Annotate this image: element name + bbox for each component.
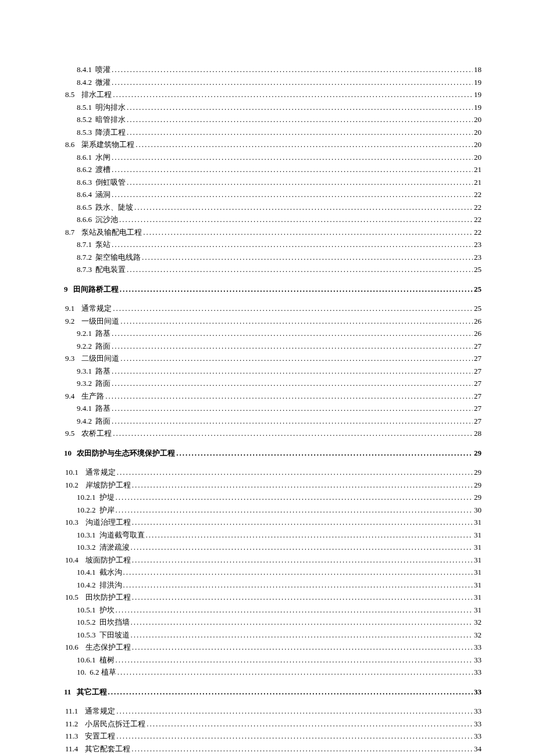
toc-title: 其它工程 xyxy=(77,687,107,696)
toc-page-number: 33 xyxy=(474,730,482,742)
toc-leader-dots: ........................................… xyxy=(112,189,473,200)
toc-title: 植树 xyxy=(99,655,115,664)
section-spacer xyxy=(64,277,482,284)
toc-number: 8.6.2 xyxy=(77,165,92,174)
toc-page-number: 27 xyxy=(474,390,482,402)
toc-label: 10.5田坎防护工程 xyxy=(65,592,131,603)
toc-leader-dots: ........................................… xyxy=(116,654,473,666)
toc-entry: 10.5.1护坎................................… xyxy=(64,604,482,616)
toc-title: 沟道截弯取直 xyxy=(99,531,145,539)
toc-leader-dots: ........................................… xyxy=(131,629,473,641)
toc-number: 10.4.2 xyxy=(77,581,96,589)
toc-page-number: 31 xyxy=(474,567,482,578)
toc-label: 9.2一级田间道 xyxy=(65,316,119,327)
toc-number: 8.4.2 xyxy=(77,78,92,87)
toc-title: 微灌 xyxy=(95,78,110,87)
toc-page-number: 20 xyxy=(474,152,482,163)
toc-number: 10.3.1 xyxy=(77,531,96,539)
toc-leader-dots: ........................................… xyxy=(127,177,473,188)
toc-number: 8.5 xyxy=(65,90,74,99)
toc-page-number: 25 xyxy=(474,284,482,295)
toc-leader-dots: ........................................… xyxy=(146,529,473,541)
toc-page-number: 27 xyxy=(474,403,482,414)
toc-number: 10.5.3 xyxy=(77,630,96,639)
toc-entry: 10.6.2 植草...............................… xyxy=(64,667,482,678)
toc-leader-dots: ........................................… xyxy=(108,686,473,698)
toc-entry: 10.5.3下田坡道..............................… xyxy=(64,629,482,641)
toc-leader-dots: ........................................… xyxy=(116,730,473,742)
toc-page-number: 29 xyxy=(474,447,482,459)
toc-entry: 10 农田防护与生态环境保护工程........................… xyxy=(64,447,482,459)
toc-title: 坡面防护工程 xyxy=(85,556,131,564)
toc-number: 9.5 xyxy=(65,429,74,438)
toc-page-number: 33 xyxy=(474,705,482,717)
toc-leader-dots: ........................................… xyxy=(112,77,473,88)
toc-leader-dots: ........................................… xyxy=(132,642,473,653)
toc-number: 9.2 xyxy=(65,317,74,325)
toc-title: 渠系建筑物工程 xyxy=(81,140,134,149)
toc-title: 生产路 xyxy=(81,392,104,400)
toc-entry: 9 田间路桥工程................................… xyxy=(64,284,482,295)
toc-page-number: 31 xyxy=(474,554,482,566)
toc-entry: 10.4.1截水沟...............................… xyxy=(64,567,482,578)
toc-label: 9.1通常规定 xyxy=(65,303,112,314)
toc-title: 小居民点拆迁工程 xyxy=(85,719,145,728)
toc-page-number: 26 xyxy=(474,328,482,339)
toc-entry: 10.6生态保护工程..............................… xyxy=(64,642,482,653)
toc-page-number: 22 xyxy=(474,189,482,200)
toc-label: 9.2.1路基 xyxy=(77,328,110,339)
toc-number: 11.1 xyxy=(65,707,78,715)
toc-title: 安置工程 xyxy=(85,732,115,740)
toc-entry: 8.4.1喷灌.................................… xyxy=(64,64,482,76)
toc-page-number: 31 xyxy=(474,604,482,616)
toc-label: 10.5.2田坎挡墙 xyxy=(77,617,130,628)
toc-number: 8.5.1 xyxy=(77,103,92,112)
toc-title: 护堤 xyxy=(99,493,115,501)
toc-leader-dots: ........................................… xyxy=(112,403,473,414)
toc-entry: 9.2.2路面.................................… xyxy=(64,341,482,352)
toc-leader-dots: ........................................… xyxy=(132,554,473,566)
toc-title: 沟道治理工程 xyxy=(85,518,131,526)
toc-page-number: 27 xyxy=(474,378,482,389)
toc-leader-dots: ........................................… xyxy=(112,239,473,250)
toc-number: 8.6 xyxy=(65,140,74,149)
toc-title: 跌水、陡坡 xyxy=(95,203,133,212)
toc-leader-dots: ........................................… xyxy=(127,102,473,113)
toc-number: 9.1 xyxy=(65,304,74,313)
toc-number: 8.4.1 xyxy=(77,65,92,74)
toc-page-number: 32 xyxy=(474,617,482,628)
toc-title: 架空输电线路 xyxy=(95,253,141,261)
toc-page-number: 18 xyxy=(474,64,482,76)
toc-title: 截水沟 xyxy=(99,568,122,576)
toc-number: 10.1 xyxy=(65,468,79,476)
toc-number: 10.5.2 xyxy=(77,618,96,626)
toc-label: 8.4.2微灌 xyxy=(77,77,110,88)
toc-number: 9.3 xyxy=(65,354,74,363)
toc-entry: 9.4.2路面.................................… xyxy=(64,415,482,427)
toc-leader-dots: ........................................… xyxy=(127,127,473,138)
toc-label: 11.4其它配套工程 xyxy=(65,743,130,755)
toc-entry: 9.4生产路..................................… xyxy=(64,390,482,402)
toc-page-number: 20 xyxy=(474,139,482,151)
toc-number: 9.4.1 xyxy=(77,404,92,413)
toc-entry: 9.2.1路基.................................… xyxy=(64,328,482,339)
toc-page-number: 27 xyxy=(474,341,482,352)
toc-leader-dots: ........................................… xyxy=(119,214,473,225)
toc-entry: 8.6.5跌水、陡坡..............................… xyxy=(64,202,482,213)
toc-number: 8.6.4 xyxy=(77,190,92,199)
toc-page-number: 27 xyxy=(474,366,482,377)
toc-label: 8.6.5跌水、陡坡 xyxy=(77,202,133,213)
toc-label: 10.3沟道治理工程 xyxy=(65,517,131,528)
toc-number: 8.7.2 xyxy=(77,253,92,261)
toc-number: 9.4 xyxy=(65,392,74,400)
toc-entry: 8.7.2架空输电线路.............................… xyxy=(64,252,482,263)
toc-label: 11.3安置工程 xyxy=(65,730,115,742)
toc-title: 降渍工程 xyxy=(95,128,126,137)
toc-title: 路基 xyxy=(95,329,110,338)
toc-leader-dots: ........................................… xyxy=(117,667,473,678)
toc-leader-dots: ........................................… xyxy=(113,89,473,101)
toc-title: 其它配套工程 xyxy=(85,744,130,753)
toc-leader-dots: ........................................… xyxy=(117,467,473,478)
toc-label: 8.4.1喷灌 xyxy=(77,64,110,76)
toc-leader-dots: ........................................… xyxy=(116,504,473,516)
